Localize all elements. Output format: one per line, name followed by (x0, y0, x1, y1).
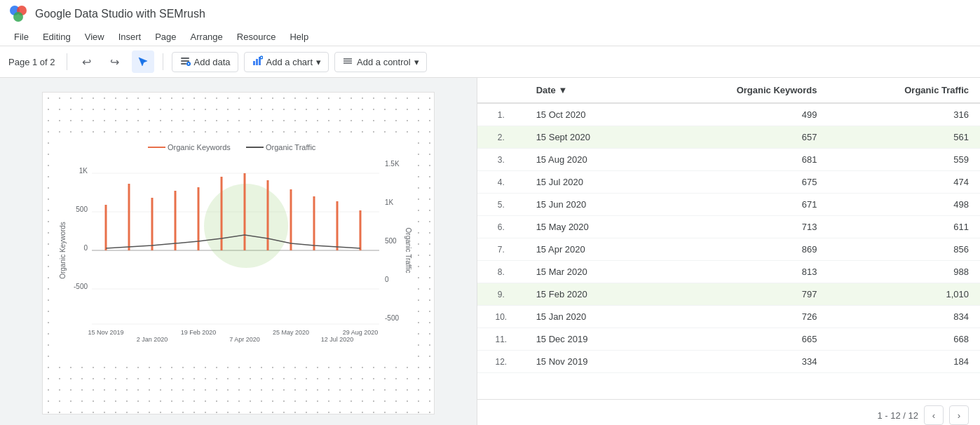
col-date[interactable]: Date ▼ (525, 78, 676, 103)
page-indicator: Page 1 of 2 (8, 57, 55, 67)
row-traffic: 834 (829, 306, 980, 328)
row-date: 15 Mar 2020 (525, 261, 676, 283)
row-keywords: 675 (676, 171, 828, 194)
menu-file[interactable]: File (8, 29, 34, 44)
col-num (477, 78, 525, 103)
svg-text:1K: 1K (79, 167, 88, 175)
next-page-button[interactable]: › (949, 405, 969, 425)
table-row: 10. 15 Jan 2020 726 834 (477, 306, 980, 328)
row-date: 15 Sept 2020 (525, 126, 676, 149)
col-traffic[interactable]: Organic Traffic (829, 78, 980, 103)
svg-text:1.5K: 1.5K (385, 160, 400, 168)
table-row: 12. 15 Nov 2019 334 184 (477, 351, 980, 373)
col-keywords[interactable]: Organic Keywords (676, 78, 828, 103)
row-num: 12. (477, 351, 525, 373)
row-traffic: 988 (829, 261, 980, 283)
row-traffic: 316 (829, 103, 980, 126)
row-keywords: 726 (676, 306, 828, 328)
svg-rect-7 (253, 61, 255, 65)
svg-text:500: 500 (76, 205, 88, 213)
table-row: 6. 15 May 2020 713 611 (477, 216, 980, 238)
table-row: 11. 15 Dec 2019 665 668 (477, 328, 980, 351)
menu-help[interactable]: Help (284, 29, 314, 44)
row-traffic: 611 (829, 216, 980, 238)
add-chart-button[interactable]: Add a chart ▾ (244, 52, 329, 72)
row-traffic: 498 (829, 194, 980, 216)
row-traffic: 668 (829, 328, 980, 351)
svg-text:-500: -500 (385, 314, 399, 322)
table-row: 3. 15 Aug 2020 681 559 (477, 149, 980, 171)
row-keywords: 713 (676, 216, 828, 238)
row-date: 15 Nov 2019 (525, 351, 676, 373)
control-icon (342, 55, 353, 69)
svg-rect-8 (256, 59, 258, 65)
table-body: 1. 15 Oct 2020 499 316 2. 15 Sept 2020 6… (477, 103, 980, 373)
table-row: 4. 15 Jul 2020 675 474 (477, 171, 980, 194)
add-data-button[interactable]: Add data (172, 52, 238, 72)
menu-editing[interactable]: Editing (37, 29, 76, 44)
add-data-icon (179, 55, 191, 69)
menu-row: File Editing View Insert Page Arrange Re… (0, 28, 980, 46)
row-keywords: 665 (676, 328, 828, 351)
table-row: 1. 15 Oct 2020 499 316 (477, 103, 980, 126)
row-num: 11. (477, 328, 525, 351)
svg-text:Organic Keywords: Organic Keywords (168, 143, 231, 151)
table-row: 8. 15 Mar 2020 813 988 (477, 261, 980, 283)
row-num: 8. (477, 261, 525, 283)
svg-rect-3 (181, 58, 189, 59)
row-date: 15 Dec 2019 (525, 328, 676, 351)
row-keywords: 671 (676, 194, 828, 216)
divider-2 (163, 53, 163, 70)
table-row: 2. 15 Sept 2020 657 561 (477, 126, 980, 149)
row-num: 9. (477, 283, 525, 306)
redo-button[interactable]: ↪ (104, 50, 126, 73)
row-date: 15 Jun 2020 (525, 194, 676, 216)
row-keywords: 499 (676, 103, 828, 126)
menu-arrange[interactable]: Arrange (185, 29, 229, 44)
add-chart-dropdown-icon: ▾ (316, 57, 321, 67)
svg-rect-5 (181, 63, 186, 65)
add-chart-label: Add a chart (266, 57, 313, 67)
prev-page-button[interactable]: ‹ (924, 405, 944, 425)
add-control-dropdown-icon: ▾ (414, 57, 419, 67)
row-date: 15 Oct 2020 (525, 103, 676, 126)
main-content: Organic Keywords Organic Traffic 1K 500 … (0, 78, 980, 425)
row-num: 6. (477, 216, 525, 238)
row-date: 15 Jul 2020 (525, 171, 676, 194)
row-date: 15 Aug 2020 (525, 149, 676, 171)
top-bar: Google Data Studio with SEMrush File Edi… (0, 0, 980, 46)
svg-text:12 Jul 2020: 12 Jul 2020 (321, 336, 354, 343)
pagination-label: 1 - 12 / 12 (877, 410, 918, 421)
svg-rect-4 (181, 60, 189, 62)
add-control-label: Add a control (357, 57, 411, 67)
undo-button[interactable]: ↩ (76, 50, 98, 73)
menu-view[interactable]: View (79, 29, 110, 44)
data-table: Date ▼ Organic Keywords Organic Traffic … (477, 78, 980, 373)
select-button[interactable] (132, 50, 154, 73)
table-footer: 1 - 12 / 12 ‹ › (477, 399, 980, 425)
title-row: Google Data Studio with SEMrush (0, 0, 980, 28)
svg-text:500: 500 (385, 237, 397, 245)
menu-resource[interactable]: Resource (231, 29, 282, 44)
row-keywords: 334 (676, 351, 828, 373)
canvas-area[interactable]: Organic Keywords Organic Traffic 1K 500 … (0, 78, 477, 425)
row-date: 15 Jan 2020 (525, 306, 676, 328)
add-control-button[interactable]: Add a control ▾ (334, 52, 427, 72)
chart-container[interactable]: Organic Keywords Organic Traffic 1K 500 … (57, 135, 414, 359)
add-data-label: Add data (194, 57, 231, 67)
menu-page[interactable]: Page (149, 29, 182, 44)
menu-insert[interactable]: Insert (113, 29, 147, 44)
table-row: 7. 15 Apr 2020 869 856 (477, 238, 980, 261)
row-date: 15 May 2020 (525, 216, 676, 238)
row-traffic: 559 (829, 149, 980, 171)
svg-text:29 Aug 2020: 29 Aug 2020 (343, 329, 379, 336)
row-date: 15 Feb 2020 (525, 283, 676, 306)
row-keywords: 869 (676, 238, 828, 261)
row-num: 4. (477, 171, 525, 194)
page-canvas[interactable]: Organic Keywords Organic Traffic 1K 500 … (42, 92, 435, 414)
data-table-wrapper: Date ▼ Organic Keywords Organic Traffic … (477, 78, 980, 399)
row-num: 2. (477, 126, 525, 149)
svg-text:1K: 1K (385, 198, 394, 206)
toolbar: Page 1 of 2 ↩ ↪ Add data Add a chart ▾ A… (0, 46, 980, 78)
svg-text:7 Apr 2020: 7 Apr 2020 (229, 336, 260, 343)
